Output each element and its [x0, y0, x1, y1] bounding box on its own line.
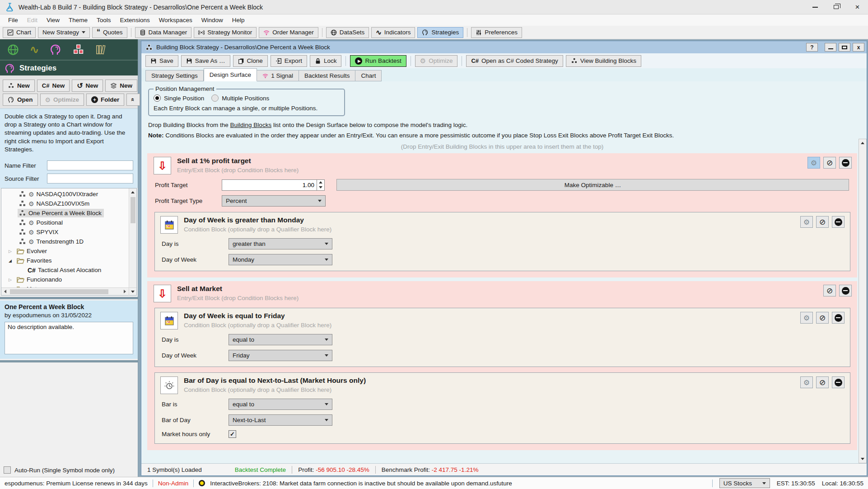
- tree-item-strategy[interactable]: ⚙ SPYVIX: [1, 227, 129, 237]
- block-disable-button[interactable]: ⊘: [816, 312, 829, 324]
- new-rotation-button[interactable]: ↺ New: [72, 80, 103, 92]
- new-csharp-button[interactable]: C# New: [37, 80, 70, 92]
- block-settings-button[interactable]: ⚙: [800, 376, 813, 388]
- tree-vertical-scrollbar[interactable]: [129, 188, 136, 287]
- clone-button[interactable]: Clone: [233, 55, 268, 67]
- scroll-left-button[interactable]: [1, 288, 9, 296]
- folder-button[interactable]: + Folder: [86, 94, 124, 106]
- tree-item-strategy[interactable]: ⚙ Positional: [1, 218, 129, 227]
- scroll-up-button[interactable]: [129, 188, 137, 196]
- indicators-button[interactable]: ∿ Indicators: [371, 27, 415, 38]
- chart-button[interactable]: Chart: [3, 27, 36, 38]
- expander-expanded-icon[interactable]: ◢: [9, 259, 14, 263]
- order-manager-button[interactable]: Order Manager: [259, 27, 318, 38]
- run-backtest-button[interactable]: ▶ Run Backtest: [350, 55, 406, 67]
- design-surface-scrollbar[interactable]: [859, 139, 867, 463]
- window-minimize-button[interactable]: [825, 43, 836, 52]
- tree-item-strategy[interactable]: ⚙ NASDAQ100VIXtrader: [1, 189, 129, 199]
- block-settings-button[interactable]: ⚙: [807, 157, 820, 169]
- open-as-code-button[interactable]: C# Open as C# Coded Strategy: [466, 55, 563, 67]
- profit-target-spinbox[interactable]: [222, 179, 325, 191]
- scrollbar-thumb[interactable]: [131, 197, 135, 223]
- lock-button[interactable]: Lock: [310, 55, 342, 67]
- window-help-button[interactable]: ?: [806, 43, 818, 52]
- datasets-button[interactable]: DataSets: [326, 27, 369, 38]
- tree-item-folder[interactable]: ▷ Meta: [1, 284, 129, 287]
- day-of-week-select[interactable]: Monday: [229, 254, 332, 265]
- minimize-button[interactable]: [804, 0, 826, 14]
- export-button[interactable]: Export: [271, 55, 307, 67]
- menu-file[interactable]: File: [4, 15, 23, 25]
- tree-item-folder[interactable]: ▷ Funcionando: [1, 275, 129, 284]
- spinner-buttons[interactable]: [317, 180, 324, 190]
- books-icon[interactable]: [95, 44, 107, 56]
- window-close-button[interactable]: x: [853, 43, 864, 52]
- day-comparison-select[interactable]: equal to: [229, 334, 332, 345]
- tab-backtest-results[interactable]: Backtest Results: [299, 70, 356, 81]
- entry-exit-block-sell-profit-target[interactable]: ⇩ Sell at 1% profit target Entry/Exit Bl…: [147, 153, 857, 277]
- block-remove-button[interactable]: [839, 285, 852, 296]
- tree-item-strategy[interactable]: ⚙ Trendstrength 1D: [1, 237, 129, 246]
- collapse-all-button[interactable]: «: [126, 94, 140, 106]
- menu-workspaces[interactable]: Workspaces: [154, 15, 197, 25]
- tab-chart[interactable]: Chart: [355, 70, 382, 81]
- menu-tools[interactable]: Tools: [92, 15, 116, 25]
- tab-signals[interactable]: 1 Signal: [257, 70, 299, 81]
- menu-view[interactable]: View: [42, 15, 64, 25]
- day-of-week-select[interactable]: Friday: [229, 350, 332, 361]
- day-comparison-select[interactable]: greater than: [229, 238, 332, 249]
- block-remove-button[interactable]: [832, 376, 845, 388]
- globe-icon[interactable]: [7, 44, 19, 56]
- block-remove-button[interactable]: [832, 216, 845, 228]
- scroll-up-button[interactable]: [859, 139, 867, 147]
- make-optimizable-button[interactable]: Make Optimizable …: [336, 179, 849, 191]
- close-button[interactable]: ×: [847, 0, 868, 14]
- menu-help[interactable]: Help: [228, 15, 249, 25]
- block-disable-button[interactable]: ⊘: [823, 285, 836, 296]
- view-building-blocks-button[interactable]: View Building Blocks: [566, 55, 641, 67]
- restore-button[interactable]: [826, 0, 847, 14]
- market-select[interactable]: US Stocks: [719, 478, 770, 488]
- menu-window[interactable]: Window: [197, 15, 228, 25]
- block-remove-button[interactable]: [832, 312, 845, 324]
- data-manager-button[interactable]: Data Manager: [135, 27, 192, 38]
- tab-design-surface[interactable]: Design Surface: [204, 68, 257, 81]
- expander-collapsed-icon[interactable]: ▷: [9, 277, 14, 282]
- single-position-radio[interactable]: Single Position: [154, 94, 204, 102]
- scroll-down-button[interactable]: [859, 455, 867, 463]
- tree-item-folder[interactable]: ◢ Favorites: [1, 256, 129, 265]
- tree-item-strategy[interactable]: ⚙ NASDAZ100VIX5m: [1, 199, 129, 208]
- scroll-right-button[interactable]: [121, 288, 129, 296]
- new-strategy-dropdown[interactable]: New Strategy: [38, 27, 90, 38]
- profit-target-type-select[interactable]: Percent: [222, 195, 326, 207]
- tab-strategy-settings[interactable]: Strategy Settings: [145, 70, 204, 81]
- strategies-button[interactable]: Strategies: [417, 27, 463, 38]
- preferences-button[interactable]: Preferences: [471, 27, 522, 38]
- condition-block-bar-of-day[interactable]: Bar of Day is equal to Next-to-Last (Mar…: [154, 372, 850, 444]
- block-settings-button[interactable]: ⚙: [800, 216, 813, 228]
- block-disable-button[interactable]: ⊘: [816, 216, 829, 228]
- menu-theme[interactable]: Theme: [64, 15, 92, 25]
- scrollbar-thumb[interactable]: [10, 289, 108, 294]
- cubes-icon[interactable]: [73, 44, 84, 55]
- strategy-monitor-button[interactable]: Strategy Monitor: [194, 27, 257, 38]
- market-hours-only-checkbox[interactable]: ✓: [229, 430, 236, 438]
- tree-item-folder[interactable]: ▷ Evolver: [1, 246, 129, 256]
- name-filter-input[interactable]: [47, 160, 133, 170]
- expander-collapsed-icon[interactable]: ▷: [9, 249, 14, 254]
- scroll-down-button[interactable]: [129, 288, 136, 296]
- bar-of-day-select[interactable]: Next-to-Last: [229, 414, 332, 426]
- tree-item-csharp-strategy[interactable]: C# Tactical Asset Alocation: [1, 265, 129, 275]
- condition-block-day-greater-monday[interactable]: Day of Week is greater than Monday Condi…: [154, 212, 850, 271]
- window-maximize-button[interactable]: [839, 43, 850, 52]
- profit-target-input[interactable]: [222, 180, 317, 190]
- save-button[interactable]: Save: [145, 55, 178, 67]
- condition-block-day-equal-friday[interactable]: Day of Week is equal to Friday Condition…: [154, 308, 850, 367]
- block-settings-button[interactable]: ⚙: [800, 312, 813, 324]
- sidebar-splitter[interactable]: [0, 297, 138, 299]
- menu-extensions[interactable]: Extensions: [116, 15, 154, 25]
- sidebar-splitter[interactable]: [0, 360, 138, 362]
- wave-icon[interactable]: ∿: [30, 43, 39, 56]
- head-icon[interactable]: [50, 43, 62, 56]
- building-blocks-link[interactable]: Building Blocks: [230, 122, 272, 128]
